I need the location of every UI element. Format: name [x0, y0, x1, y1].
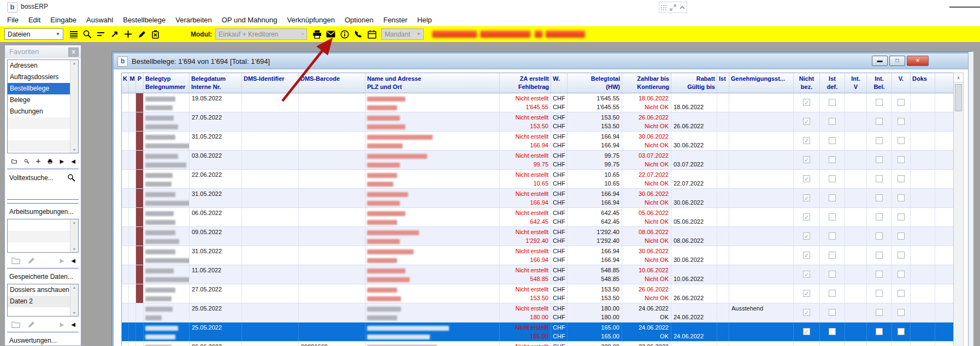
checkbox-v[interactable] [898, 252, 905, 259]
sidebar-item-auftragsdossiers[interactable]: Auftragsdossiers [8, 71, 70, 83]
checkbox-int-bel[interactable] [876, 309, 883, 316]
column-header-k[interactable]: K [122, 73, 129, 93]
checkbox-int-bel[interactable] [876, 328, 883, 335]
column-header-v[interactable]: V. [892, 73, 911, 93]
checkbox-ist-def[interactable] [829, 309, 836, 316]
checkbox-v[interactable] [898, 309, 905, 316]
play-forward-icon[interactable]: ▶ [60, 258, 64, 264]
table-row[interactable]: 31.05.2022Nicht erstellt166.94CHFCHF166.… [122, 132, 954, 151]
menu-lines-icon[interactable] [67, 28, 80, 40]
search-icon[interactable] [67, 174, 75, 182]
checkbox-ist-def[interactable] [829, 194, 836, 201]
sidebar-item-adressen[interactable]: Adressen [8, 60, 70, 71]
checkbox-int-bel[interactable] [876, 175, 883, 182]
checkbox-int-bel[interactable] [876, 271, 883, 278]
saved-data-scrollbar[interactable]: ▲▼ [70, 284, 78, 316]
saved-item-dossiers-anschauen[interactable]: Dossiers anschauen [8, 284, 70, 296]
open-window-icon[interactable]: ↗ [108, 28, 121, 40]
table-row[interactable]: 06.05.2022Nicht erstellt642.45CHFCHF642.… [122, 208, 954, 227]
sort-icon[interactable] [94, 28, 108, 40]
info-icon[interactable] [338, 28, 351, 40]
expand-icon[interactable] [670, 4, 676, 11]
checkbox-ist-def[interactable] [829, 156, 836, 163]
checkbox-v[interactable] [898, 290, 905, 297]
column-header-belegdatum[interactable]: BelegdatumInterne Nr. [190, 73, 242, 93]
print-icon[interactable] [48, 158, 52, 165]
checkbox-nicht-bez[interactable] [803, 213, 810, 220]
table-row[interactable]: 31.05.2022Nicht erstellt166.94CHFCHF166.… [122, 189, 954, 208]
checkbox-v[interactable] [898, 194, 905, 201]
checkbox-nicht-bez[interactable] [803, 99, 810, 106]
play-back-icon[interactable]: ◀ [71, 258, 75, 264]
checkbox-int-bel[interactable] [876, 232, 883, 240]
checkbox-v[interactable] [898, 137, 905, 144]
fulltext-search[interactable]: Volltextsuche... [5, 169, 81, 183]
menu-item-bestellbelege[interactable]: Bestellbelege [118, 15, 170, 25]
folder-icon[interactable] [11, 321, 20, 328]
column-header-int[interactable]: Int.V [845, 73, 867, 93]
column-header-doks[interactable]: Doks [911, 73, 935, 93]
taskbar-mini-cluster[interactable] [659, 2, 687, 13]
menu-item-help[interactable]: Help [412, 15, 437, 25]
checkbox-ist-def[interactable] [829, 232, 836, 240]
menu-item-verarbeiten[interactable]: Verarbeiten [170, 15, 217, 25]
checkbox-nicht-bez[interactable] [803, 328, 810, 335]
checkbox-nicht-bez[interactable] [803, 232, 810, 240]
checkbox-ist-def[interactable] [829, 252, 836, 259]
maximize-button[interactable]: □ [889, 56, 905, 66]
column-header-w[interactable]: W. [551, 73, 568, 93]
menu-item-optionen[interactable]: Optionen [340, 15, 379, 25]
checkbox-nicht-bez[interactable] [803, 194, 810, 201]
checkbox-int-bel[interactable] [876, 290, 883, 297]
sidebar-item-buchungen[interactable]: Buchungen [8, 106, 70, 117]
table-row[interactable]: 25.05.2022Nicht erstellt165.00CHFCHF165.… [122, 323, 954, 342]
column-header-za-erstellt[interactable]: ZA erstelltFehlbetrag [500, 73, 551, 93]
checkbox-nicht-bez[interactable] [803, 156, 810, 163]
work-environments-scrollbar[interactable]: ▲▼ [70, 219, 78, 252]
menu-item-verknüpfungen[interactable]: Verknüpfungen [282, 15, 339, 25]
checkbox-ist-def[interactable] [829, 213, 836, 220]
checkbox-int-bel[interactable] [876, 99, 883, 106]
edit-pencil-icon[interactable] [27, 256, 36, 265]
checkbox-int-bel[interactable] [876, 156, 883, 163]
column-header-p[interactable]: P [136, 73, 144, 93]
checkbox-nicht-bez[interactable] [803, 252, 810, 259]
checkbox-nicht-bez[interactable] [803, 290, 810, 297]
email-icon[interactable] [324, 28, 338, 40]
phone-icon[interactable] [351, 28, 365, 40]
saved-item-daten-2[interactable]: Daten 2 [8, 296, 70, 307]
checkbox-ist-def[interactable] [829, 118, 836, 125]
menu-item-eingabe[interactable]: Eingabe [45, 15, 81, 25]
checkbox-ist-def[interactable] [829, 175, 836, 182]
checkbox-int-bel[interactable] [876, 137, 883, 144]
checkbox-nicht-bez[interactable] [803, 309, 810, 316]
column-header-ist[interactable]: Ist [717, 73, 729, 93]
modul-dropdown[interactable]: Einkauf + Kreditoren ˅ [215, 28, 307, 40]
column-header-m[interactable]: M [129, 73, 136, 93]
checkbox-ist-def[interactable] [829, 137, 836, 144]
checkbox-v[interactable] [898, 99, 905, 106]
column-header-dms-barcode[interactable]: DMS-Barcode [299, 73, 365, 93]
delete-trash-icon[interactable] [149, 28, 162, 40]
column-header-belegtotal[interactable]: Belegtotal(HW) [568, 73, 622, 93]
column-header-name-und-adresse[interactable]: Name und AdressePLZ und Ort [365, 73, 500, 93]
checkbox-nicht-bez[interactable] [803, 271, 810, 278]
checkbox-ist-def[interactable] [829, 99, 836, 106]
checkbox-ist-def[interactable] [829, 328, 836, 335]
checkbox-ist-def[interactable] [829, 271, 836, 278]
column-header-dms-identifier[interactable]: DMS-Identifier [242, 73, 299, 93]
table-row[interactable]: 19.05.2022Nicht erstellt1'645.55CHFCHF1'… [122, 93, 954, 112]
column-header-belegtyp[interactable]: BelegtypBelegnummer [144, 73, 190, 93]
play-back-icon[interactable]: ◀ [71, 159, 75, 164]
favorites-scrollbar[interactable]: ▲▼ [70, 60, 78, 153]
minimize-button[interactable]: ▬ [872, 56, 888, 66]
checkbox-int-bel[interactable] [876, 213, 883, 220]
search-icon[interactable] [24, 157, 29, 165]
checkbox-int-bel[interactable] [876, 118, 883, 125]
checkbox-nicht-bez[interactable] [803, 118, 810, 125]
scroll-up-icon[interactable]: ▲ [954, 73, 963, 82]
menu-item-op-und-mahnung[interactable]: OP und Mahnung [217, 15, 282, 25]
checkbox-v[interactable] [898, 175, 905, 182]
sidebar-item-bestellbelege[interactable]: Bestellbelege [8, 83, 70, 94]
menu-item-auswahl[interactable]: Auswahl [81, 15, 118, 25]
